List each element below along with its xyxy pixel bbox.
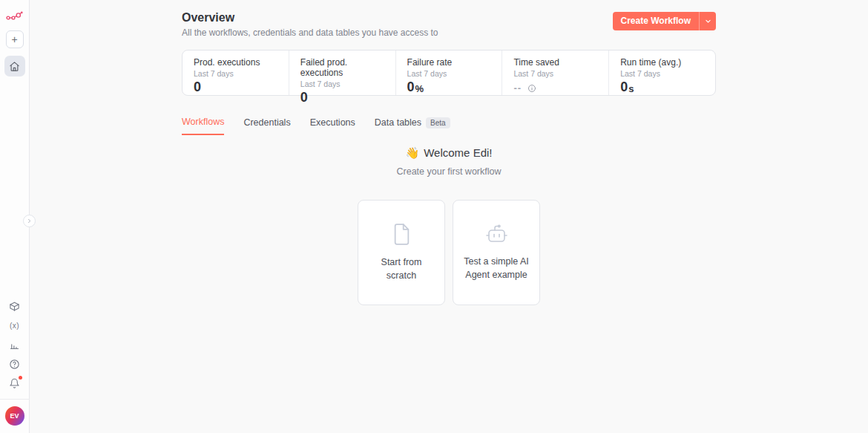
sidebar-item-insights[interactable] [5,336,24,353]
starter-cards: Start from scratch [182,200,716,305]
stat-failed-prod-executions[interactable]: Failed prod. executions Last 7 days 0 [289,51,395,95]
bell-icon [9,378,20,389]
chevron-right-icon [27,218,32,224]
sidebar-item-home[interactable] [4,56,25,76]
variables-icon: (x) [10,322,19,330]
tab-credentials[interactable]: Credentials [243,117,290,134]
welcome-subtitle: Create your first workflow [182,166,716,177]
sidebar-item-templates[interactable] [5,298,24,314]
stat-value: 0% [407,79,491,95]
page-subtitle: All the workflows, credentials and data … [182,27,438,38]
chevron-down-icon [705,18,711,25]
sidebar-item-whats-new[interactable] [5,375,24,391]
robot-icon [483,224,510,245]
create-workflow-dropdown-button[interactable] [699,12,716,30]
waving-hand-emoji: 👋 [406,146,420,159]
beta-badge: Beta [426,117,450,128]
blank-file-icon [392,223,412,246]
stat-label: Failure rate [407,57,491,68]
stat-label: Run time (avg.) [620,57,704,68]
stat-value: 0 [194,79,277,95]
tabs-bar: Workflows Credentials Executions Data ta… [182,117,716,136]
stats-summary-card: Prod. executions Last 7 days 0 Failed pr… [182,50,716,96]
app-window: + (x) [0,0,868,433]
n8n-logo-icon [6,10,24,22]
create-workflow-button[interactable]: Create Workflow [613,12,699,30]
stat-period: Last 7 days [620,69,704,78]
stat-value: 0s [620,79,704,95]
tab-executions[interactable]: Executions [310,117,355,134]
card-label: Start from scratch [358,255,444,282]
page-title: Overview [182,11,438,25]
card-label: Test a simple AI Agent example [453,255,539,281]
stat-label: Prod. executions [194,57,277,68]
stat-period: Last 7 days [300,79,384,88]
home-icon [9,61,20,72]
templates-box-icon [9,301,20,312]
stat-value: 0 [300,90,384,105]
insights-chart-icon [9,339,20,351]
ai-agent-example-card[interactable]: Test a simple AI Agent example [453,200,540,305]
welcome-block: 👋Welcome Edi! Create your first workflow [182,146,716,177]
sidebar-item-variables[interactable]: (x) [5,317,24,333]
start-from-scratch-card[interactable]: Start from scratch [358,200,445,305]
stat-time-saved[interactable]: Time saved Last 7 days -- [502,51,608,95]
stat-period: Last 7 days [513,69,597,78]
stat-failure-rate[interactable]: Failure rate Last 7 days 0% [395,51,502,95]
user-avatar[interactable]: EV [5,406,24,426]
stat-label: Failed prod. executions [300,57,384,78]
welcome-title: 👋Welcome Edi! [182,146,716,160]
create-workflow-button-group: Create Workflow [613,12,716,30]
help-question-icon [9,359,20,370]
stat-run-time[interactable]: Run time (avg.) Last 7 days 0s [608,51,715,95]
add-workflow-button[interactable]: + [6,30,24,48]
stat-label: Time saved [513,57,597,68]
stat-period: Last 7 days [407,69,491,78]
sidebar: + (x) [0,0,30,433]
stat-value: -- [513,82,597,94]
sidebar-item-help[interactable] [5,356,24,372]
main-area: Overview All the workflows, credentials … [30,0,868,433]
stat-prod-executions[interactable]: Prod. executions Last 7 days 0 [183,51,289,95]
sidebar-expand-toggle[interactable] [23,215,36,227]
stat-period: Last 7 days [194,69,277,78]
sidebar-divider [0,399,30,400]
info-icon[interactable] [527,84,536,93]
tab-data-tables[interactable]: Data tablesBeta [375,117,450,135]
page-header: Overview All the workflows, credentials … [182,11,716,38]
notification-dot [19,376,22,380]
tab-workflows[interactable]: Workflows [182,117,224,135]
